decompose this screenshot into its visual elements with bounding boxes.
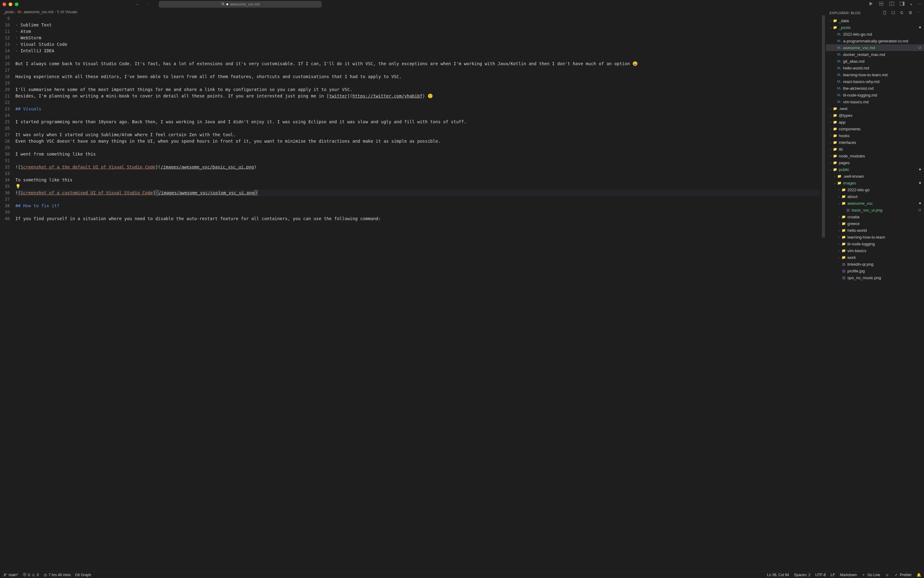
code-line[interactable]: To something like this [15, 177, 820, 183]
code-line[interactable]: 💡 [15, 183, 820, 190]
layout-icon[interactable] [889, 1, 894, 7]
file-item[interactable]: ▧linkedin-qr.png [826, 261, 924, 268]
feedback-button[interactable]: ☺ [885, 573, 889, 577]
play-icon[interactable] [868, 1, 873, 7]
code-line[interactable] [15, 80, 820, 86]
code-line[interactable] [15, 157, 820, 164]
line-number[interactable]: 10 [0, 22, 10, 28]
folder-item[interactable]: ›📁hooks [826, 132, 924, 139]
line-number[interactable]: 22 [0, 99, 10, 106]
file-item[interactable]: M↓docker_restart_mac.md [826, 51, 924, 58]
breadcrumb[interactable]: _posts › M↓ awesome_vsc.md › ¶ ## Visual… [0, 9, 826, 15]
file-item[interactable]: M↓vim-basics.md [826, 98, 924, 105]
scrollbar[interactable] [822, 15, 825, 238]
folder-item[interactable]: ›📁croatia [826, 213, 924, 220]
line-number[interactable]: 9 [0, 15, 10, 22]
code-line[interactable]: I'll summarise here some of the most imp… [15, 86, 820, 93]
new-folder-icon[interactable] [891, 10, 895, 15]
folder-item[interactable]: ›📁til-node-logging [826, 240, 924, 247]
folder-item[interactable]: ›📁vim-basics [826, 247, 924, 254]
file-item[interactable]: M↓learning-how-to-learn.md [826, 71, 924, 78]
go-live-button[interactable]: ᯤ Go Live [862, 573, 880, 577]
file-item[interactable]: M↓the-alchemist.md [826, 85, 924, 92]
line-number[interactable]: 20 [0, 86, 10, 93]
twisty-icon[interactable]: › [828, 161, 833, 164]
file-item[interactable]: ▧profile.jpg [826, 268, 924, 274]
code-line[interactable]: - Visual Studio Code [15, 41, 820, 48]
code-line[interactable]: ![Screenshot of a the default UI of Visu… [15, 164, 820, 170]
file-item[interactable]: ▧spo_no_music.png [826, 274, 924, 281]
line-number[interactable]: 28 [0, 138, 10, 144]
line-number[interactable]: 12 [0, 35, 10, 41]
file-item[interactable]: ▧basic_vsc_ui.pngU [826, 206, 924, 213]
git-graph-button[interactable]: Git Graph [75, 573, 91, 577]
twisty-icon[interactable]: › [837, 195, 841, 198]
folder-item[interactable]: ⌄📁_posts [826, 24, 924, 31]
line-number[interactable]: 38 [0, 203, 10, 209]
code-line[interactable]: ![Screenshot of a customised UI of Visua… [15, 190, 820, 196]
twisty-icon[interactable]: › [837, 222, 841, 226]
code-line[interactable]: ## Visuals [15, 106, 820, 112]
line-number[interactable]: 27 [0, 132, 10, 138]
file-item[interactable]: M↓awesome_vsc.mdU [826, 44, 924, 51]
twisty-icon[interactable]: › [837, 188, 841, 192]
code-line[interactable]: - Sublime Text [15, 22, 820, 28]
line-number[interactable]: 24 [0, 112, 10, 119]
code-line[interactable] [15, 144, 820, 151]
twisty-icon[interactable]: › [837, 242, 841, 246]
encoding[interactable]: UTF-8 [815, 573, 826, 577]
folder-item[interactable]: ›📁greece [826, 220, 924, 227]
folder-item[interactable]: ›📁.next [826, 105, 924, 112]
line-number[interactable]: 17 [0, 67, 10, 73]
line-number[interactable]: 40 [0, 216, 10, 222]
code-line[interactable]: - WebStorm [15, 35, 820, 41]
maximize-window-button[interactable] [15, 2, 18, 6]
code-line[interactable] [15, 170, 820, 177]
folder-item[interactable]: ›📁hello-world [826, 227, 924, 234]
code-line[interactable] [15, 54, 820, 60]
refresh-icon[interactable] [900, 10, 904, 15]
line-number[interactable]: 14 [0, 48, 10, 54]
twisty-icon[interactable]: › [828, 114, 833, 117]
code-line[interactable] [15, 112, 820, 119]
more-icon[interactable]: ⋯ [917, 2, 922, 6]
line-number[interactable]: 25 [0, 119, 10, 125]
twisty-icon[interactable]: › [828, 107, 833, 110]
line-number[interactable]: 21 [0, 93, 10, 99]
file-item[interactable]: M↓a-programmatically-generated-cv.md [826, 37, 924, 44]
code-line[interactable] [15, 125, 820, 132]
line-number[interactable]: 29 [0, 144, 10, 151]
code-line[interactable]: But I always come back to Visual Studio … [15, 60, 820, 67]
code-line[interactable]: - IntelliJ IDEA [15, 48, 820, 54]
line-number[interactable]: 23 [0, 106, 10, 112]
file-item[interactable]: M↓git_alias.md [826, 58, 924, 65]
code-line[interactable]: I went from something like this [15, 151, 820, 157]
code-line[interactable]: If you find yourself in a situation wher… [15, 216, 820, 222]
folder-item[interactable]: ›📁app [826, 119, 924, 125]
language-mode[interactable]: Markdown [840, 573, 857, 577]
line-number[interactable]: 32 [0, 164, 10, 170]
code-line[interactable]: I started programming more than 10years … [15, 119, 820, 125]
notifications-button[interactable]: 🔔 [917, 573, 921, 577]
folder-item[interactable]: ›📁_data [826, 17, 924, 24]
twisty-icon[interactable]: ⌄ [828, 168, 833, 171]
twisty-icon[interactable]: ⌄ [833, 182, 837, 185]
folder-item[interactable]: ›📁node_modules [826, 153, 924, 159]
line-number[interactable]: 37 [0, 196, 10, 203]
folder-item[interactable]: ›📁work [826, 254, 924, 261]
cursor-position[interactable]: Ln 36, Col 94 [767, 573, 789, 577]
twisty-icon[interactable]: › [837, 249, 841, 252]
eol[interactable]: LF [831, 573, 835, 577]
line-number[interactable]: 26 [0, 125, 10, 132]
line-number[interactable]: 39 [0, 209, 10, 216]
line-number[interactable]: 19 [0, 80, 10, 86]
code-content[interactable]: - Sublime Text- Atom- WebStorm- Visual S… [15, 15, 826, 571]
breadcrumb-symbol[interactable]: ## Visuals [60, 10, 77, 14]
folder-item[interactable]: ›📁2022-lets-go [826, 186, 924, 193]
folder-item[interactable]: ›📁pages [826, 159, 924, 166]
twisty-icon[interactable]: › [837, 235, 841, 239]
line-number[interactable]: 13 [0, 41, 10, 48]
twisty-icon[interactable]: › [828, 134, 833, 138]
collapse-all-icon[interactable] [908, 10, 913, 15]
code-line[interactable]: Having experience with all these editors… [15, 73, 820, 80]
